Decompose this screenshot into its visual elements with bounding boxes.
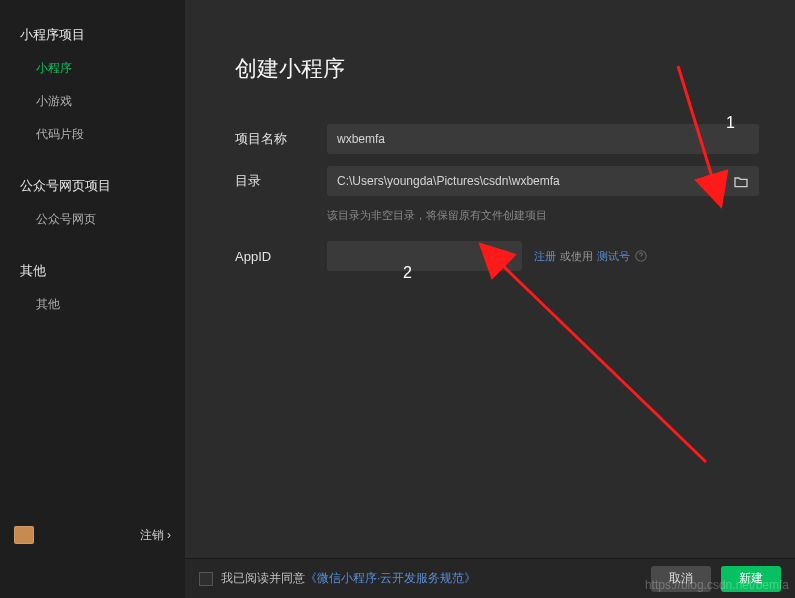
test-id-link[interactable]: 测试号 xyxy=(597,249,630,264)
footer: 我已阅读并同意 《微信小程序·云开发服务规范》 取消 新建 xyxy=(185,558,795,598)
page-title: 创建小程序 xyxy=(235,54,759,84)
sidebar-group-mini: 小程序项目 xyxy=(0,18,185,52)
logout-link[interactable]: 注销 › xyxy=(140,527,171,544)
directory-field[interactable] xyxy=(337,174,733,188)
project-icon[interactable] xyxy=(14,526,34,544)
main-panel: 创建小程序 项目名称 目录 该目录为非空目录，将保留原有文件创建项目 AppID… xyxy=(185,0,795,558)
sidebar-item-other[interactable]: 其他 xyxy=(0,288,185,321)
help-icon[interactable] xyxy=(634,249,648,263)
appid-dropdown[interactable] xyxy=(327,241,522,271)
project-name-field[interactable] xyxy=(337,132,749,146)
sidebar-group-mp: 公众号网页项目 xyxy=(0,169,185,203)
sidebar-item-minigame[interactable]: 小游戏 xyxy=(0,85,185,118)
sidebar-item-snippet[interactable]: 代码片段 xyxy=(0,118,185,151)
label-appid: AppID xyxy=(235,249,327,264)
chevron-down-icon xyxy=(502,251,512,261)
directory-input[interactable] xyxy=(327,166,759,196)
sidebar: 小程序项目 小程序 小游戏 代码片段 公众号网页项目 公众号网页 其他 其他 注… xyxy=(0,0,185,558)
register-link[interactable]: 注册 xyxy=(534,249,556,264)
cancel-button[interactable]: 取消 xyxy=(651,566,711,592)
folder-icon[interactable] xyxy=(733,174,749,188)
sidebar-item-miniprogram[interactable]: 小程序 xyxy=(0,52,185,85)
directory-hint: 该目录为非空目录，将保留原有文件创建项目 xyxy=(327,208,759,223)
agree-link[interactable]: 《微信小程序·云开发服务规范》 xyxy=(305,570,476,587)
label-directory: 目录 xyxy=(235,172,327,190)
sidebar-item-mpweb[interactable]: 公众号网页 xyxy=(0,203,185,236)
appid-or: 或使用 xyxy=(560,249,593,264)
create-button[interactable]: 新建 xyxy=(721,566,781,592)
project-name-input[interactable] xyxy=(327,124,759,154)
label-project-name: 项目名称 xyxy=(235,130,327,148)
sidebar-group-other: 其他 xyxy=(0,254,185,288)
agree-text: 我已阅读并同意 xyxy=(221,570,305,587)
agree-checkbox[interactable] xyxy=(199,572,213,586)
